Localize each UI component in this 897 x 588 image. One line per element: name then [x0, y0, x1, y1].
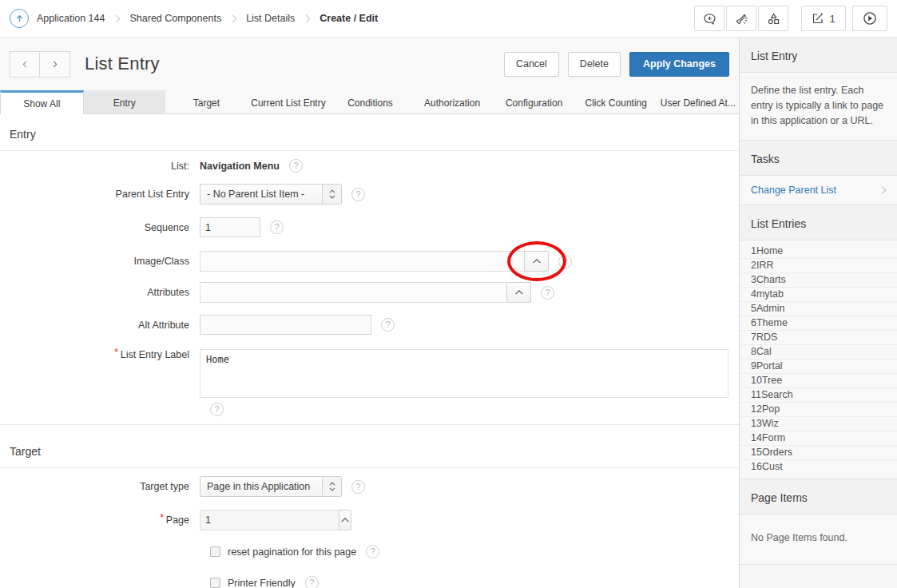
page-edit-button[interactable]: 1	[801, 6, 846, 31]
list-entry-item[interactable]: 10Tree	[740, 374, 897, 388]
sidebar-tasks-title: Tasks	[740, 141, 897, 176]
list-entry-item[interactable]: 8Cal	[740, 345, 897, 360]
tab[interactable]: Authorization	[411, 90, 494, 113]
up-arrow-icon[interactable]	[10, 9, 29, 28]
right-sidebar: List Entry Define the list entry. Each e…	[739, 38, 897, 588]
printer-friendly-checkbox[interactable]	[210, 578, 220, 588]
list-entry-item[interactable]: 4mytab	[740, 288, 897, 302]
required-asterisk: *	[160, 512, 164, 523]
tab[interactable]: Configuration	[493, 90, 575, 113]
printer-friendly-row: Printer Friendly	[210, 576, 739, 588]
help-icon[interactable]	[351, 188, 365, 201]
shapes-icon[interactable]	[758, 6, 788, 31]
tab[interactable]: User Defined At...	[657, 90, 740, 113]
tab[interactable]: Current List Entry	[248, 90, 330, 113]
alt-attribute-row: Alt Attribute	[0, 315, 739, 335]
chevron-up-icon[interactable]	[506, 282, 531, 303]
parent-list-entry-select[interactable]: - No Parent List Item -	[200, 184, 342, 205]
breadcrumb-item[interactable]: Application 144	[37, 13, 105, 24]
breadcrumb-item[interactable]: Shared Components	[105, 13, 221, 24]
list-value: Navigation Menu	[200, 161, 280, 172]
list-entry-item[interactable]: 3Charts	[740, 273, 897, 288]
help-icon[interactable]	[381, 318, 395, 332]
chevron-right-icon	[113, 14, 121, 22]
flashlight-icon[interactable]	[726, 6, 756, 31]
run-icon[interactable]	[852, 6, 887, 31]
help-icon[interactable]	[558, 255, 572, 268]
chevron-right-icon	[229, 14, 237, 22]
page-header: List Entry Cancel Delete Apply Changes	[0, 38, 739, 90]
list-entry-item[interactable]: 7RDS	[740, 331, 897, 345]
alt-attribute-input[interactable]	[200, 315, 371, 335]
apply-changes-button[interactable]: Apply Changes	[629, 52, 729, 77]
reset-pagination-row: reset pagination for this page	[210, 545, 739, 558]
target-section: Target Target type Page in this Applicat…	[0, 431, 739, 588]
target-section-title: Target	[0, 431, 739, 468]
cancel-button[interactable]: Cancel	[504, 52, 559, 77]
help-icon[interactable]	[270, 220, 284, 234]
help-icon[interactable]	[351, 480, 365, 494]
reset-pagination-label: reset pagination for this page	[228, 546, 356, 558]
tab[interactable]: Entry	[84, 90, 166, 113]
list-entry-label-row: *List Entry Label Home	[0, 349, 739, 398]
parent-list-entry-row: Parent List Entry - No Parent List Item …	[0, 184, 739, 205]
toolbar: 1	[694, 6, 887, 31]
help-icon[interactable]	[541, 286, 554, 300]
list-entries-list: 1Home2IRR3Charts4mytab5Admin6Theme7RDS8C…	[740, 240, 897, 479]
breadcrumb-item[interactable]: List Details	[221, 13, 295, 24]
attributes-label: Attributes	[0, 287, 200, 298]
main-content: List Entry Cancel Delete Apply Changes S…	[0, 38, 739, 588]
attributes-input[interactable]	[200, 282, 506, 303]
list-entry-label-label: List Entry Label	[121, 349, 189, 360]
entry-section: Entry List: Navigation Menu Parent List …	[0, 114, 739, 424]
image-class-label: Image/Class	[0, 256, 200, 267]
tab[interactable]: Show All	[0, 90, 84, 114]
list-entry-item[interactable]: 16Cust	[740, 460, 897, 474]
reset-pagination-checkbox[interactable]	[210, 546, 220, 557]
list-entry-label-textarea[interactable]: Home	[200, 349, 728, 398]
sequence-input[interactable]	[200, 217, 260, 237]
help-icon[interactable]	[210, 403, 224, 416]
select-spinner-icon	[322, 477, 341, 496]
help-icon[interactable]	[305, 576, 319, 588]
parent-list-entry-label: Parent List Entry	[0, 189, 200, 200]
select-spinner-icon	[322, 185, 341, 204]
next-icon[interactable]	[40, 51, 70, 77]
image-class-row: Image/Class	[0, 251, 739, 272]
list-entry-item[interactable]: 2IRR	[740, 259, 897, 273]
comment-plus-icon[interactable]	[694, 6, 724, 31]
list-entry-item[interactable]: 11Search	[740, 388, 897, 403]
list-entry-item[interactable]: 12Pop	[740, 403, 897, 417]
section-divider	[0, 424, 739, 431]
chevron-up-icon[interactable]	[339, 510, 351, 530]
list-entry-item[interactable]: 5Admin	[740, 302, 897, 316]
previous-icon[interactable]	[10, 51, 40, 77]
list-entry-item[interactable]: 6Theme	[740, 316, 897, 331]
page-input[interactable]	[200, 510, 339, 530]
page-title: List Entry	[85, 54, 160, 74]
tab[interactable]: Target	[165, 90, 248, 113]
entry-section-title: Entry	[0, 114, 739, 151]
alt-attribute-label: Alt Attribute	[0, 320, 200, 331]
breadcrumb-item[interactable]: Create / Edit	[295, 13, 378, 24]
help-icon[interactable]	[289, 159, 303, 173]
list-entry-item[interactable]: 13Wiz	[740, 417, 897, 431]
image-class-input[interactable]	[200, 251, 524, 272]
change-parent-list-link[interactable]: Change Parent List	[740, 176, 897, 205]
target-type-label: Target type	[0, 481, 200, 492]
list-entry-item[interactable]: 9Portal	[740, 360, 897, 374]
delete-button[interactable]: Delete	[568, 52, 621, 77]
help-icon[interactable]	[366, 545, 379, 558]
chevron-up-icon[interactable]	[524, 251, 549, 272]
sequence-label: Sequence	[0, 222, 200, 233]
list-row: List: Navigation Menu	[0, 159, 739, 173]
list-entry-item[interactable]: 15Orders	[740, 446, 897, 460]
tab[interactable]: Conditions	[329, 90, 411, 113]
list-entry-item[interactable]: 14Form	[740, 431, 897, 446]
chevron-right-icon	[303, 14, 311, 22]
list-entry-item[interactable]: 1Home	[740, 244, 897, 259]
tab[interactable]: Click Counting	[575, 90, 657, 113]
list-label: List:	[0, 161, 200, 172]
target-type-select[interactable]: Page in this Application	[200, 476, 342, 497]
page-number: 1	[829, 13, 835, 25]
